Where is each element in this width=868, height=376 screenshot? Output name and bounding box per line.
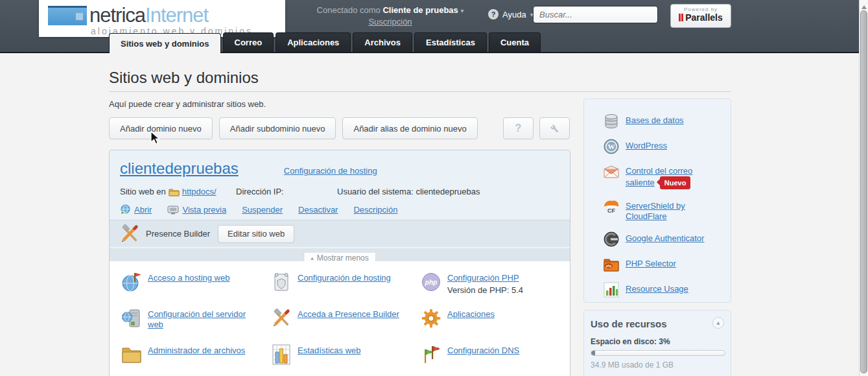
system-user-label: Usuario del sistema: clientedepruebas <box>337 187 480 196</box>
brand-logo: netricaInternet alojamiento web y domini… <box>39 0 285 37</box>
powered-by-badge[interactable]: Powered by Parallels <box>670 4 731 28</box>
tab-cuenta[interactable]: Cuenta <box>489 32 541 52</box>
docroot-link[interactable]: httpdocs/ <box>182 187 217 196</box>
file-manager-link[interactable]: Administrador de archivos <box>148 346 245 355</box>
sidebar-item-outgoing-mail: Control del correo salienteNuevo <box>604 164 731 189</box>
tab-archivos[interactable]: Archivos <box>353 32 412 52</box>
databases-link[interactable]: Bases de datos <box>626 115 684 125</box>
page-scrollbar[interactable] <box>859 0 868 376</box>
resource-usage-link[interactable]: Resource Usage <box>626 284 688 294</box>
domain-features-section: Acceso a hosting web Configuración de ho… <box>110 261 570 376</box>
resource-panel-title: Uso de recursos <box>591 318 724 329</box>
tab-correo[interactable]: Correo <box>223 32 274 52</box>
add-subdomain-button[interactable]: Añadir subdominio nuevo <box>219 117 336 139</box>
chevron-up-icon: ▴ <box>311 255 314 261</box>
hosting-config-link[interactable]: Configuración de hosting <box>284 166 377 176</box>
site-builder-tools-icon <box>271 308 292 329</box>
domain-name-link[interactable]: clientedepruebas <box>120 159 239 178</box>
wordpress-link[interactable]: WordPress <box>626 141 667 150</box>
tab-aplicaciones[interactable]: Aplicaciones <box>276 32 351 52</box>
sidebar-tools-panel: Bases de datos W WordPress <box>583 99 731 303</box>
php-selector-icon: php <box>604 257 619 272</box>
google-authenticator-link[interactable]: Google Authenticator <box>626 233 704 243</box>
disk-progress-fill <box>591 351 595 355</box>
sidebar-item-databases: Bases de datos <box>604 113 731 129</box>
settings-wrench-button[interactable] <box>539 117 570 139</box>
servershield-link[interactable]: ServerShield by CloudFlare <box>626 201 685 221</box>
php-version-label: Versión de PHP: 5.4 <box>447 285 523 296</box>
cloudflare-icon: CF <box>604 199 619 215</box>
disk-usage-label: 34.9 MB usado de 1 GB <box>591 360 724 370</box>
feature-webserver-config: Configuración del servidor web <box>121 308 271 334</box>
tab-estadisticas[interactable]: Estadísticas <box>414 32 487 52</box>
domain-card: clientedepruebas Configuración de hostin… <box>109 150 570 376</box>
scrollbar-thumb[interactable] <box>860 10 867 373</box>
sidebar-item-resource-usage: Resource Usage <box>604 282 731 298</box>
server-globe-icon <box>121 308 142 329</box>
php-selector-link[interactable]: PHP Selector <box>626 259 676 268</box>
svg-text:CF: CF <box>607 207 615 214</box>
envelope-icon <box>604 164 619 180</box>
feature-presence-builder: Acceda a Presence Builder <box>271 308 421 334</box>
dns-flags-icon <box>421 344 441 365</box>
add-domain-alias-button[interactable]: Añadir alias de dominio nuevo <box>342 117 477 139</box>
chevron-down-icon: ▾ <box>460 7 463 14</box>
php-config-link[interactable]: Configuración PHP <box>447 273 519 283</box>
screen: Conectado como Cliente de pruebas ▾ Susc… <box>0 0 868 376</box>
folder-icon <box>169 187 180 196</box>
dns-config-link[interactable]: Configuración DNS <box>447 346 519 355</box>
subscription-link[interactable]: Suscripción <box>368 17 412 27</box>
php-circle-icon: php <box>421 272 441 292</box>
connected-label: Conectado como <box>317 5 381 15</box>
presence-builder-strip: Presence Builder Editar sitio web <box>110 220 570 247</box>
wordpress-icon: W <box>604 139 619 154</box>
search-input[interactable] <box>539 10 655 19</box>
deactivate-link[interactable]: Desactivar <box>298 205 338 215</box>
applications-link[interactable]: Aplicaciones <box>447 309 495 319</box>
preview-site-link[interactable]: Vista previa <box>182 205 226 215</box>
feature-file-manager: Administrador de archivos <box>121 344 271 370</box>
resource-usage-panel: Uso de recursos ▲ Espacio en disco: 3% 3… <box>583 310 731 376</box>
site-in-label: Sitio web en <box>120 187 166 196</box>
title-divider <box>109 91 731 92</box>
show-less-strip: ▴ Mostrar menos <box>110 248 570 261</box>
sidebar-item-php-selector: php PHP Selector <box>604 257 731 272</box>
description-link[interactable]: Descripción <box>353 205 397 215</box>
brand-logo-icon <box>48 6 87 25</box>
hosting-config-feature-link[interactable]: Configuración de hosting <box>298 273 391 283</box>
sidebar-item-servershield: CF ServerShield by CloudFlare <box>604 199 731 222</box>
wrench-icon <box>550 123 559 134</box>
page-subtitle: Aquí puede crear y administrar sitios we… <box>109 99 266 109</box>
edit-site-button[interactable]: Editar sitio web <box>218 225 294 243</box>
help-menu[interactable]: ? Ayuda ▾ <box>488 9 534 19</box>
feature-applications: Aplicaciones <box>421 308 562 334</box>
feature-dns-config: Configuración DNS <box>421 344 562 370</box>
user-menu[interactable]: Cliente de pruebas <box>382 5 458 15</box>
add-domain-button[interactable]: Añadir dominio nuevo <box>109 117 213 139</box>
new-badge: Nuevo <box>660 176 691 189</box>
suspend-link[interactable]: Suspender <box>242 205 283 215</box>
collapse-panel-button[interactable]: ▲ <box>712 317 724 329</box>
powered-by-label: Powered by <box>671 6 731 12</box>
scroll-up-arrow-icon[interactable] <box>862 3 867 9</box>
help-button[interactable]: ? <box>503 117 534 139</box>
disk-progress-bar <box>591 350 725 356</box>
feature-hosting-config: Configuración de hosting <box>271 272 421 298</box>
search-box <box>533 6 658 23</box>
folder-large-icon <box>121 344 142 365</box>
svg-text:php: php <box>605 264 612 268</box>
disk-space-label: Espacio en disco: 3% <box>591 337 724 346</box>
webserver-config-link[interactable]: Configuración del servidor web <box>148 309 246 329</box>
hosting-access-link[interactable]: Acceso a hosting web <box>148 273 229 283</box>
open-site-link[interactable]: Abrir <box>134 205 152 215</box>
presence-builder-label: Presence Builder <box>146 229 210 239</box>
ip-label: Dirección IP: <box>236 187 337 196</box>
presence-builder-link[interactable]: Acceda a Presence Builder <box>298 309 399 319</box>
user-area: Conectado como Cliente de pruebas ▾ Susc… <box>293 5 487 27</box>
svg-text:php: php <box>425 279 437 286</box>
parallels-label: Parallels <box>685 12 723 23</box>
help-circle-icon: ? <box>488 9 499 19</box>
web-statistics-link[interactable]: Estadísticas web <box>298 346 361 355</box>
tab-sitios-web-y-dominios[interactable]: Sitios web y dominios <box>109 33 221 53</box>
sidebar-item-google-authenticator: Google Authenticator <box>604 231 731 247</box>
